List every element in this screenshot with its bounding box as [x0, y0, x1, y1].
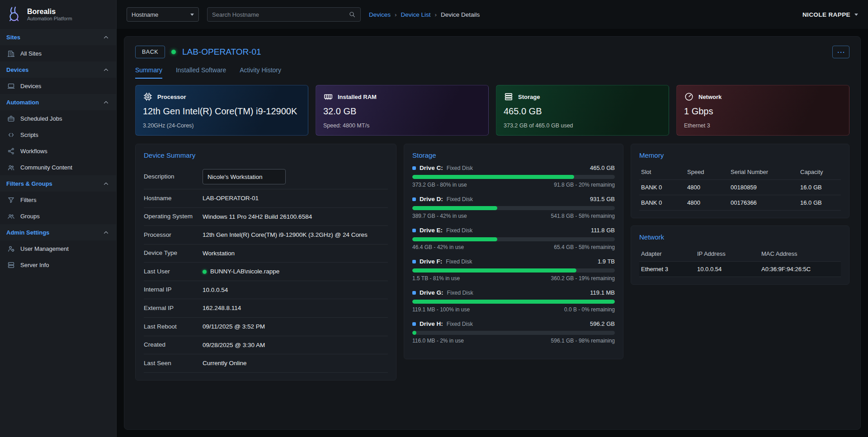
search-box [207, 7, 361, 22]
network-panel: Network Adapter IP Address MAC Address E… [631, 226, 849, 285]
online-status-dot [203, 270, 207, 274]
cell-slot: BANK 0 [641, 184, 684, 191]
breadcrumb-device-details: Device Details [441, 11, 480, 18]
column-header: Capacity [800, 169, 839, 175]
memory-table-header: Slot Speed Serial Number Capacity [639, 164, 841, 180]
more-options-button[interactable]: ⋯ [832, 46, 849, 58]
drive-row-c: Drive C: Fixed Disk 465.0 GB 373.2 GB - … [412, 164, 615, 188]
user-menu[interactable]: NICOLE RAPPE [802, 11, 858, 18]
row-label: Last Seen [144, 359, 203, 367]
sidebar-section-sites[interactable]: Sites [0, 29, 116, 45]
filter-icon [7, 196, 15, 204]
sidebar-item-scripts[interactable]: Scripts [0, 127, 116, 143]
sidebar-item-groups[interactable]: Groups [0, 208, 116, 224]
search-icon[interactable] [349, 11, 356, 18]
sidebar-item-filters[interactable]: Filters [0, 192, 116, 208]
processor-card: Processor 12th Gen Intel(R) Core(TM) i9-… [135, 85, 308, 136]
row-label: Last User [144, 268, 203, 276]
breadcrumb-device-list[interactable]: Device List [401, 11, 431, 18]
online-status-dot [171, 50, 176, 54]
chevron-up-icon [102, 99, 110, 106]
drive-bullet-icon [412, 197, 416, 201]
card-value: 12th Gen Intel(R) Core(TM) i9-12900K [143, 106, 301, 117]
row-value: BUNNY-LAB\nicole.rappe [210, 267, 279, 276]
stat-cards: Processor 12th Gen Intel(R) Core(TM) i9-… [135, 85, 849, 136]
page-title: LAB-OPERATOR-01 [182, 47, 261, 57]
row-label: Operating System [144, 212, 203, 221]
back-button[interactable]: BACK [135, 46, 165, 58]
tab-activity-history[interactable]: Activity History [240, 66, 281, 79]
sidebar-section-devices[interactable]: Devices [0, 61, 116, 78]
cell-adapter: Ethernet 3 [641, 266, 694, 273]
row-value: 09/11/2025 @ 3:52 PM [203, 322, 265, 331]
tabs: Summary Installed Software Activity Hist… [135, 66, 849, 79]
card-footer: Speed: 4800 MT/s [323, 122, 481, 129]
sidebar-item-scheduled-jobs[interactable]: Scheduled Jobs [0, 110, 116, 127]
drive-row-h: Drive H: Fixed Disk 596.2 GB 116.0 MB - … [412, 320, 615, 344]
card-value: 32.0 GB [323, 106, 481, 117]
briefcase-icon [7, 115, 15, 122]
card-footer: 3.20GHz (24-Cores) [143, 122, 301, 129]
sidebar-section-automation[interactable]: Automation [0, 94, 116, 110]
sidebar-item-community-content[interactable]: Community Content [0, 159, 116, 175]
column-header: Adapter [641, 250, 694, 257]
drive-size: 111.8 GB [591, 227, 615, 234]
section-label: Devices [6, 66, 28, 73]
storage-panel: Storage Drive C: Fixed Disk 465.0 GB 373… [404, 144, 623, 359]
sidebar-section-filters-groups[interactable]: Filters & Groups [0, 175, 116, 192]
drive-usage-bar [412, 237, 615, 241]
network-table-row: Ethernet 3 10.0.0.54 A0:36:9F:94:26:5C [639, 262, 841, 277]
memory-icon [323, 92, 333, 102]
drive-name: Drive H: [420, 320, 443, 327]
row-label: Hostname [144, 194, 203, 202]
drive-bullet-icon [412, 322, 416, 326]
drive-used: 373.2 GB - 80% in use [412, 182, 467, 188]
row-value: Windows 11 Pro 24H2 Build 26100.6584 [203, 212, 312, 221]
device-details-panel: BACK LAB-OPERATOR-01 ⋯ Summary Installed… [124, 36, 861, 430]
network-card: Network 1 Gbps Ethernet 3 [676, 85, 849, 136]
user-gear-icon [7, 245, 15, 253]
breadcrumb-devices[interactable]: Devices [369, 11, 391, 18]
row-label: Internal IP [144, 286, 203, 294]
brand: Borealis Automation Platform [0, 0, 116, 29]
memory-table-row: BANK 0 4800 00180859 16.0 GB [639, 180, 841, 195]
column-header: IP Address [697, 250, 759, 257]
summary-row-device-type: Device Type Workstation [144, 244, 388, 263]
row-label: Last Reboot [144, 323, 203, 331]
drive-used: 1.5 TB - 81% in use [412, 275, 460, 282]
drive-usage-bar [412, 331, 615, 335]
sidebar-item-workflows[interactable]: Workflows [0, 143, 116, 159]
sidebar-item-all-sites[interactable]: All Sites [0, 45, 116, 61]
drive-size: 931.5 GB [590, 196, 615, 202]
hostname-filter-dropdown[interactable]: Hostname [127, 7, 199, 22]
cpu-icon [143, 92, 153, 102]
card-label: Installed RAM [338, 94, 377, 100]
column-header: Speed [687, 169, 728, 175]
item-label: Scripts [20, 132, 38, 138]
card-label: Network [698, 94, 722, 100]
summary-row-created: Created 09/28/2025 @ 3:30 AM [144, 336, 388, 355]
sidebar-section-admin-settings[interactable]: Admin Settings [0, 224, 116, 240]
drive-usage-bar [412, 206, 615, 210]
description-input[interactable] [203, 169, 286, 184]
column-header: Serial Number [731, 169, 797, 175]
summary-row-operating-system: Operating System Windows 11 Pro 24H2 Bui… [144, 208, 388, 226]
card-footer: 373.2 GB of 465.0 GB used [504, 122, 661, 129]
card-label: Storage [518, 94, 540, 100]
drive-used: 119.1 MB - 100% in use [412, 306, 470, 313]
row-label: Processor [144, 231, 203, 239]
sidebar-item-user-management[interactable]: User Management [0, 240, 116, 257]
network-table-header: Adapter IP Address MAC Address [639, 246, 841, 262]
cell-speed: 4800 [687, 184, 728, 191]
sidebar-item-devices[interactable]: Devices [0, 78, 116, 94]
summary-row-last-reboot: Last Reboot 09/11/2025 @ 3:52 PM [144, 318, 388, 336]
groups-icon [7, 212, 15, 220]
drive-bullet-icon [412, 260, 416, 263]
tab-installed-software[interactable]: Installed Software [176, 66, 226, 79]
tab-summary[interactable]: Summary [135, 66, 162, 79]
cell-ip: 10.0.0.54 [697, 266, 759, 273]
sidebar-item-server-info[interactable]: Server Info [0, 257, 116, 273]
drive-row-f: Drive F: Fixed Disk 1.9 TB 1.5 TB - 81% … [412, 258, 615, 282]
search-input[interactable] [212, 11, 345, 18]
row-value: 162.248.8.114 [203, 304, 241, 313]
